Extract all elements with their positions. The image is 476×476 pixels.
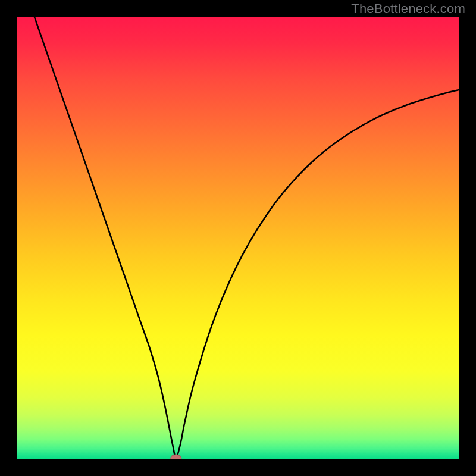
gradient-background bbox=[17, 17, 459, 459]
watermark-text: TheBottleneck.com bbox=[351, 1, 465, 17]
chart-svg bbox=[17, 17, 459, 459]
minimum-marker bbox=[171, 455, 181, 459]
chart-frame: TheBottleneck.com bbox=[0, 0, 476, 476]
plot-area bbox=[17, 17, 459, 459]
